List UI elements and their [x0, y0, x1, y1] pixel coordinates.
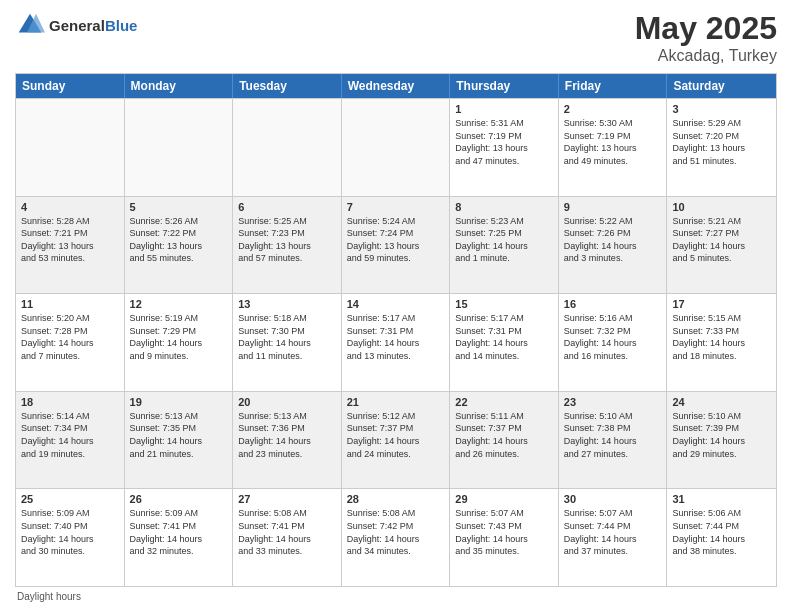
calendar-row-1: 4Sunrise: 5:28 AM Sunset: 7:21 PM Daylig…: [16, 196, 776, 294]
day-number: 25: [21, 493, 119, 505]
day-cell-23: 23Sunrise: 5:10 AM Sunset: 7:38 PM Dayli…: [559, 392, 668, 489]
day-info: Sunrise: 5:24 AM Sunset: 7:24 PM Dayligh…: [347, 215, 445, 265]
day-number: 15: [455, 298, 553, 310]
day-info: Sunrise: 5:06 AM Sunset: 7:44 PM Dayligh…: [672, 507, 771, 557]
empty-cell-0-0: [16, 99, 125, 196]
day-number: 10: [672, 201, 771, 213]
calendar-row-3: 18Sunrise: 5:14 AM Sunset: 7:34 PM Dayli…: [16, 391, 776, 489]
weekday-header-sunday: Sunday: [16, 74, 125, 98]
day-info: Sunrise: 5:13 AM Sunset: 7:35 PM Dayligh…: [130, 410, 228, 460]
day-info: Sunrise: 5:21 AM Sunset: 7:27 PM Dayligh…: [672, 215, 771, 265]
calendar: SundayMondayTuesdayWednesdayThursdayFrid…: [15, 73, 777, 587]
logo: GeneralBlue: [15, 10, 137, 40]
day-info: Sunrise: 5:25 AM Sunset: 7:23 PM Dayligh…: [238, 215, 336, 265]
day-info: Sunrise: 5:28 AM Sunset: 7:21 PM Dayligh…: [21, 215, 119, 265]
day-info: Sunrise: 5:08 AM Sunset: 7:41 PM Dayligh…: [238, 507, 336, 557]
weekday-header-monday: Monday: [125, 74, 234, 98]
day-cell-18: 18Sunrise: 5:14 AM Sunset: 7:34 PM Dayli…: [16, 392, 125, 489]
day-cell-7: 7Sunrise: 5:24 AM Sunset: 7:24 PM Daylig…: [342, 197, 451, 294]
day-info: Sunrise: 5:15 AM Sunset: 7:33 PM Dayligh…: [672, 312, 771, 362]
header: GeneralBlue May 2025 Akcadag, Turkey: [15, 10, 777, 65]
day-number: 27: [238, 493, 336, 505]
page: GeneralBlue May 2025 Akcadag, Turkey Sun…: [0, 0, 792, 612]
day-number: 11: [21, 298, 119, 310]
empty-cell-0-2: [233, 99, 342, 196]
day-info: Sunrise: 5:10 AM Sunset: 7:39 PM Dayligh…: [672, 410, 771, 460]
day-info: Sunrise: 5:08 AM Sunset: 7:42 PM Dayligh…: [347, 507, 445, 557]
day-cell-9: 9Sunrise: 5:22 AM Sunset: 7:26 PM Daylig…: [559, 197, 668, 294]
day-number: 20: [238, 396, 336, 408]
day-number: 14: [347, 298, 445, 310]
footer-note: Daylight hours: [15, 591, 777, 602]
calendar-body: 1Sunrise: 5:31 AM Sunset: 7:19 PM Daylig…: [16, 98, 776, 586]
day-number: 23: [564, 396, 662, 408]
day-cell-2: 2Sunrise: 5:30 AM Sunset: 7:19 PM Daylig…: [559, 99, 668, 196]
day-number: 5: [130, 201, 228, 213]
day-cell-31: 31Sunrise: 5:06 AM Sunset: 7:44 PM Dayli…: [667, 489, 776, 586]
weekday-header-thursday: Thursday: [450, 74, 559, 98]
day-cell-19: 19Sunrise: 5:13 AM Sunset: 7:35 PM Dayli…: [125, 392, 234, 489]
day-number: 12: [130, 298, 228, 310]
day-cell-8: 8Sunrise: 5:23 AM Sunset: 7:25 PM Daylig…: [450, 197, 559, 294]
day-cell-6: 6Sunrise: 5:25 AM Sunset: 7:23 PM Daylig…: [233, 197, 342, 294]
day-info: Sunrise: 5:19 AM Sunset: 7:29 PM Dayligh…: [130, 312, 228, 362]
title-block: May 2025 Akcadag, Turkey: [635, 10, 777, 65]
day-cell-15: 15Sunrise: 5:17 AM Sunset: 7:31 PM Dayli…: [450, 294, 559, 391]
day-cell-29: 29Sunrise: 5:07 AM Sunset: 7:43 PM Dayli…: [450, 489, 559, 586]
day-info: Sunrise: 5:17 AM Sunset: 7:31 PM Dayligh…: [347, 312, 445, 362]
day-info: Sunrise: 5:17 AM Sunset: 7:31 PM Dayligh…: [455, 312, 553, 362]
day-number: 19: [130, 396, 228, 408]
weekday-header-friday: Friday: [559, 74, 668, 98]
day-cell-22: 22Sunrise: 5:11 AM Sunset: 7:37 PM Dayli…: [450, 392, 559, 489]
day-number: 24: [672, 396, 771, 408]
day-number: 29: [455, 493, 553, 505]
day-number: 8: [455, 201, 553, 213]
day-number: 3: [672, 103, 771, 115]
weekday-header-wednesday: Wednesday: [342, 74, 451, 98]
day-info: Sunrise: 5:07 AM Sunset: 7:43 PM Dayligh…: [455, 507, 553, 557]
day-cell-1: 1Sunrise: 5:31 AM Sunset: 7:19 PM Daylig…: [450, 99, 559, 196]
day-cell-24: 24Sunrise: 5:10 AM Sunset: 7:39 PM Dayli…: [667, 392, 776, 489]
day-number: 6: [238, 201, 336, 213]
day-number: 9: [564, 201, 662, 213]
logo-blue: Blue: [105, 17, 138, 34]
day-cell-17: 17Sunrise: 5:15 AM Sunset: 7:33 PM Dayli…: [667, 294, 776, 391]
day-cell-13: 13Sunrise: 5:18 AM Sunset: 7:30 PM Dayli…: [233, 294, 342, 391]
day-info: Sunrise: 5:07 AM Sunset: 7:44 PM Dayligh…: [564, 507, 662, 557]
day-info: Sunrise: 5:22 AM Sunset: 7:26 PM Dayligh…: [564, 215, 662, 265]
day-cell-26: 26Sunrise: 5:09 AM Sunset: 7:41 PM Dayli…: [125, 489, 234, 586]
month-title: May 2025: [635, 10, 777, 47]
empty-cell-0-3: [342, 99, 451, 196]
day-info: Sunrise: 5:11 AM Sunset: 7:37 PM Dayligh…: [455, 410, 553, 460]
weekday-header-tuesday: Tuesday: [233, 74, 342, 98]
empty-cell-0-1: [125, 99, 234, 196]
day-number: 30: [564, 493, 662, 505]
day-cell-14: 14Sunrise: 5:17 AM Sunset: 7:31 PM Dayli…: [342, 294, 451, 391]
day-info: Sunrise: 5:20 AM Sunset: 7:28 PM Dayligh…: [21, 312, 119, 362]
day-number: 7: [347, 201, 445, 213]
day-cell-5: 5Sunrise: 5:26 AM Sunset: 7:22 PM Daylig…: [125, 197, 234, 294]
day-cell-20: 20Sunrise: 5:13 AM Sunset: 7:36 PM Dayli…: [233, 392, 342, 489]
day-info: Sunrise: 5:26 AM Sunset: 7:22 PM Dayligh…: [130, 215, 228, 265]
day-cell-3: 3Sunrise: 5:29 AM Sunset: 7:20 PM Daylig…: [667, 99, 776, 196]
day-cell-16: 16Sunrise: 5:16 AM Sunset: 7:32 PM Dayli…: [559, 294, 668, 391]
day-number: 21: [347, 396, 445, 408]
day-number: 13: [238, 298, 336, 310]
day-cell-27: 27Sunrise: 5:08 AM Sunset: 7:41 PM Dayli…: [233, 489, 342, 586]
day-info: Sunrise: 5:09 AM Sunset: 7:40 PM Dayligh…: [21, 507, 119, 557]
location: Akcadag, Turkey: [635, 47, 777, 65]
day-cell-11: 11Sunrise: 5:20 AM Sunset: 7:28 PM Dayli…: [16, 294, 125, 391]
day-info: Sunrise: 5:12 AM Sunset: 7:37 PM Dayligh…: [347, 410, 445, 460]
day-cell-28: 28Sunrise: 5:08 AM Sunset: 7:42 PM Dayli…: [342, 489, 451, 586]
day-cell-10: 10Sunrise: 5:21 AM Sunset: 7:27 PM Dayli…: [667, 197, 776, 294]
day-number: 31: [672, 493, 771, 505]
day-info: Sunrise: 5:18 AM Sunset: 7:30 PM Dayligh…: [238, 312, 336, 362]
day-number: 2: [564, 103, 662, 115]
weekday-header-saturday: Saturday: [667, 74, 776, 98]
day-info: Sunrise: 5:16 AM Sunset: 7:32 PM Dayligh…: [564, 312, 662, 362]
day-cell-21: 21Sunrise: 5:12 AM Sunset: 7:37 PM Dayli…: [342, 392, 451, 489]
day-number: 1: [455, 103, 553, 115]
day-number: 4: [21, 201, 119, 213]
day-info: Sunrise: 5:31 AM Sunset: 7:19 PM Dayligh…: [455, 117, 553, 167]
calendar-row-4: 25Sunrise: 5:09 AM Sunset: 7:40 PM Dayli…: [16, 488, 776, 586]
